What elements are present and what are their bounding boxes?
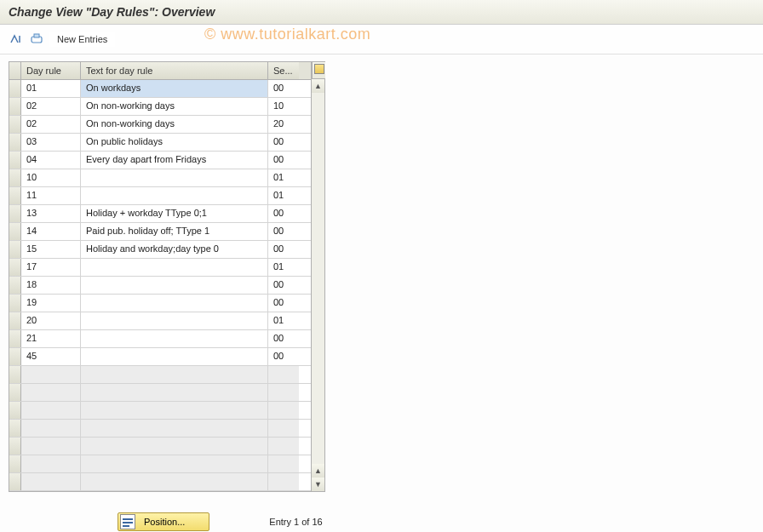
scroll-up-button[interactable]: ▲ (312, 79, 324, 93)
scrollbar[interactable]: ▲ ▲ ▼ (311, 62, 324, 491)
cell-day-rule[interactable]: 17 (21, 259, 81, 276)
table-row-empty[interactable] (9, 366, 311, 384)
cell-empty[interactable] (21, 455, 81, 472)
row-selector[interactable] (9, 152, 21, 169)
row-selector[interactable] (9, 295, 21, 312)
table-row[interactable]: 1101 (9, 187, 311, 205)
cell-se[interactable]: 01 (268, 187, 299, 204)
cell-se[interactable]: 01 (268, 259, 299, 276)
cell-empty[interactable] (21, 384, 81, 401)
table-row-empty[interactable] (9, 402, 311, 420)
cell-day-rule[interactable]: 02 (21, 98, 81, 115)
table-row[interactable]: 1001 (9, 169, 311, 187)
table-row[interactable]: 03On public holidays00 (9, 134, 311, 152)
cell-se[interactable]: 01 (268, 312, 299, 329)
cell-text[interactable]: Paid pub. holiday off; TType 1 (81, 223, 268, 240)
cell-empty[interactable] (21, 438, 81, 455)
row-selector[interactable] (9, 80, 21, 97)
col-header-day-rule[interactable]: Day rule (21, 62, 81, 79)
cell-empty[interactable] (21, 473, 81, 490)
cell-se[interactable]: 00 (268, 223, 299, 240)
row-selector[interactable] (9, 330, 21, 347)
cell-empty[interactable] (268, 384, 299, 401)
cell-day-rule[interactable]: 10 (21, 169, 81, 186)
cell-text[interactable] (81, 295, 268, 312)
row-selector[interactable] (9, 312, 21, 329)
table-row[interactable]: 1900 (9, 295, 311, 312)
cell-day-rule[interactable]: 18 (21, 277, 81, 294)
cell-se[interactable]: 00 (268, 295, 299, 312)
row-selector[interactable] (9, 169, 21, 186)
toggle-icon[interactable] (9, 31, 24, 47)
table-row[interactable]: 1800 (9, 277, 311, 295)
cell-empty[interactable] (268, 473, 299, 490)
cell-text[interactable]: On non-working days (81, 116, 268, 133)
cell-empty[interactable] (81, 366, 268, 383)
scroll-end-button[interactable]: ▼ (312, 478, 324, 491)
cell-text[interactable]: Holiday + workday TType 0;1 (81, 205, 268, 222)
table-row[interactable]: 1701 (9, 259, 311, 277)
position-button[interactable]: Position... (118, 512, 209, 531)
row-selector[interactable] (9, 473, 21, 490)
table-row[interactable]: 04Every day apart from Fridays00 (9, 152, 311, 169)
row-selector[interactable] (9, 438, 21, 455)
table-row-empty[interactable] (9, 384, 311, 402)
cell-empty[interactable] (268, 402, 299, 419)
cell-text[interactable] (81, 187, 268, 204)
cell-empty[interactable] (81, 384, 268, 401)
cell-empty[interactable] (268, 366, 299, 383)
cell-se[interactable]: 00 (268, 205, 299, 222)
row-selector[interactable] (9, 259, 21, 276)
row-selector[interactable] (9, 277, 21, 294)
cell-empty[interactable] (21, 402, 81, 419)
cell-day-rule[interactable]: 20 (21, 312, 81, 329)
cell-se[interactable]: 00 (268, 348, 299, 365)
cell-day-rule[interactable]: 13 (21, 205, 81, 222)
row-selector[interactable] (9, 241, 21, 258)
cell-text[interactable]: Every day apart from Fridays (81, 152, 268, 169)
cell-day-rule[interactable]: 11 (21, 187, 81, 204)
expand-collapse-icon[interactable] (29, 31, 44, 47)
row-selector[interactable] (9, 187, 21, 204)
table-row[interactable]: 01On workdays00 (9, 80, 311, 98)
cell-se[interactable]: 00 (268, 80, 299, 97)
new-entries-button[interactable]: New Entries (49, 31, 115, 47)
cell-text[interactable] (81, 312, 268, 329)
cell-empty[interactable] (268, 420, 299, 437)
cell-empty[interactable] (21, 420, 81, 437)
cell-day-rule[interactable]: 03 (21, 134, 81, 151)
cell-day-rule[interactable]: 01 (21, 80, 81, 97)
cell-text[interactable] (81, 330, 268, 347)
cell-text[interactable] (81, 277, 268, 294)
table-row-empty[interactable] (9, 455, 311, 473)
row-selector[interactable] (9, 348, 21, 365)
col-header-text[interactable]: Text for day rule (81, 62, 268, 79)
row-selector[interactable] (9, 420, 21, 437)
row-selector[interactable] (9, 223, 21, 240)
table-row[interactable]: 2001 (9, 312, 311, 330)
cell-day-rule[interactable]: 04 (21, 152, 81, 169)
cell-day-rule[interactable]: 02 (21, 116, 81, 133)
scroll-down-button[interactable]: ▲ (312, 464, 324, 478)
cell-se[interactable]: 01 (268, 169, 299, 186)
cell-text[interactable]: On workdays (81, 80, 268, 97)
cell-se[interactable]: 10 (268, 98, 299, 115)
row-selector[interactable] (9, 205, 21, 222)
cell-empty[interactable] (268, 455, 299, 472)
cell-se[interactable]: 00 (268, 277, 299, 294)
cell-empty[interactable] (81, 455, 268, 472)
scroll-track[interactable] (312, 93, 324, 464)
table-row-empty[interactable] (9, 420, 311, 438)
row-selector-header[interactable] (9, 62, 21, 79)
table-row[interactable]: 13Holiday + workday TType 0;100 (9, 205, 311, 223)
cell-empty[interactable] (81, 438, 268, 455)
cell-empty[interactable] (81, 473, 268, 490)
cell-se[interactable]: 00 (268, 241, 299, 258)
row-selector[interactable] (9, 455, 21, 472)
table-row[interactable]: 4500 (9, 348, 311, 366)
cell-text[interactable]: On non-working days (81, 98, 268, 115)
cell-empty[interactable] (268, 438, 299, 455)
cell-se[interactable]: 20 (268, 116, 299, 133)
cell-text[interactable] (81, 259, 268, 276)
cell-day-rule[interactable]: 14 (21, 223, 81, 240)
